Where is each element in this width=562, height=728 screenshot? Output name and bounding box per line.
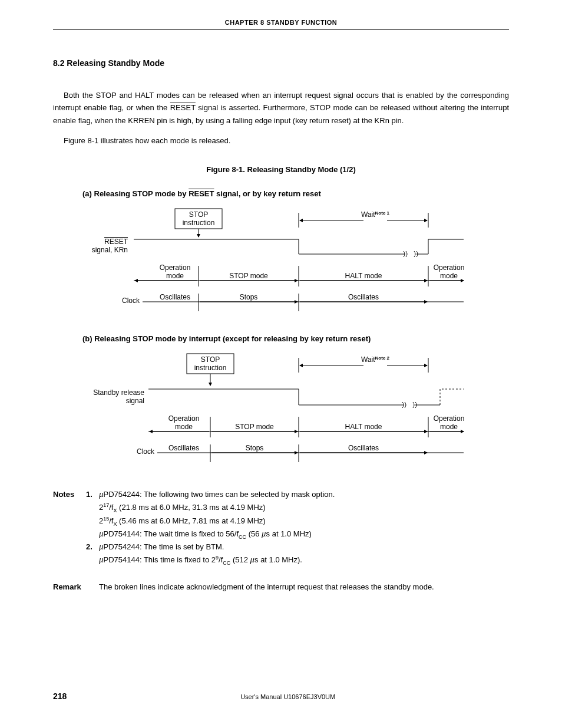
- opmode-b-l2: mode: [175, 423, 193, 431]
- note-2-line2: µPD754144: This time is fixed to 29/fCC …: [99, 554, 509, 567]
- subfigure-a-title: (a) Releasing STOP mode by RESET signal,…: [82, 189, 509, 198]
- svg-text:WaitNote 1: WaitNote 1: [361, 210, 390, 219]
- note-1-line4: µPD754144: The wait time is fixed to 56/…: [99, 528, 509, 541]
- section-title: 8.2 Releasing Standby Mode: [53, 58, 509, 68]
- note-2-num: 2.: [86, 541, 99, 554]
- n1l4a: PD754144: The wait time is fixed to 56/f: [104, 529, 239, 538]
- wait-a-sup: Note 1: [375, 210, 390, 216]
- note-1-text: µPD754244: The following two times can b…: [99, 489, 509, 501]
- osc-b2: Oscillates: [348, 444, 379, 452]
- n1l2exp: 17: [103, 502, 109, 508]
- svg-text:WaitNote 2: WaitNote 2: [361, 355, 390, 364]
- stop-box-b-l1: STOP: [201, 355, 220, 364]
- note-1-line3: 215/fX (5.46 ms at 6.0 MHz, 7.81 ms at 4…: [99, 515, 509, 528]
- stop-box-b-l2: instruction: [194, 364, 227, 372]
- wait-a: Wait: [361, 210, 375, 219]
- opmode-a-l2: mode: [166, 272, 184, 280]
- osc-a1: Oscillates: [160, 293, 190, 301]
- subfigure-b-title: (b) Releasing STOP mode by interrupt (ex…: [82, 334, 509, 343]
- standby-l1: Standby release: [93, 388, 144, 397]
- opmode-a2-l1: Operation: [434, 263, 465, 272]
- n1l3exp: 15: [103, 516, 109, 522]
- wait-b-sup: Note 2: [375, 355, 390, 361]
- diagram-a: STOP instruction WaitNote 1 RESET signal…: [75, 204, 487, 324]
- osc-a2: Oscillates: [348, 293, 379, 301]
- chapter-header: CHAPTER 8 STANDBY FUNCTION: [53, 19, 509, 30]
- stopmode-a: STOP mode: [229, 272, 268, 280]
- n1l4b: (56: [246, 529, 262, 538]
- n1-a: PD754244: The following two times can be…: [104, 490, 335, 499]
- standby-l2: signal: [126, 397, 144, 405]
- opmode-a2-l2: mode: [440, 272, 458, 280]
- n1l4sub: CC: [239, 534, 246, 540]
- intro-paragraph: Both the STOP and HALT modes can be rele…: [53, 89, 509, 127]
- stopmode-b: STOP mode: [235, 423, 274, 431]
- subfig-a-pre: (a) Releasing STOP mode by: [82, 189, 189, 198]
- n1l4c: s at 1.0 MHz): [266, 529, 312, 538]
- n2l2d: s at 1.0 MHz).: [254, 555, 302, 564]
- opmode-b2-l2: mode: [440, 423, 458, 431]
- remark-text: The broken lines indicate acknowledgment…: [99, 582, 434, 591]
- haltmode-b: HALT mode: [345, 423, 382, 431]
- stop-box-l2: instruction: [183, 219, 215, 227]
- subfig-a-post: signal, or by key return reset: [214, 189, 320, 198]
- page-number: 218: [53, 691, 67, 701]
- intro-paragraph-2: Figure 8-1 illustrates how each mode is …: [53, 134, 509, 147]
- opmode-a-l1: Operation: [160, 263, 191, 272]
- opmode-b-l1: Operation: [168, 414, 200, 423]
- notes-label: Notes: [53, 489, 86, 501]
- mu-1: µ: [99, 490, 104, 499]
- stops-b: Stops: [246, 444, 264, 452]
- stop-box-l1: STOP: [189, 210, 208, 219]
- n2a: PD754244: The time is set by BTM.: [104, 542, 224, 551]
- diagram-b: STOP instruction WaitNote 2 Standby rele…: [75, 349, 487, 475]
- notes-block: Notes 1. µPD754244: The following two ti…: [53, 489, 509, 568]
- page: CHAPTER 8 STANDBY FUNCTION 8.2 Releasing…: [0, 0, 562, 728]
- remark-label: Remark: [53, 582, 99, 591]
- mu-6: µ: [250, 555, 255, 564]
- reset-l2: signal, KRn: [92, 246, 128, 254]
- stops-a: Stops: [240, 293, 258, 301]
- mu-5: µ: [99, 555, 104, 564]
- note-1-line2: 217/fX (21.8 ms at 6.0 MHz, 31.3 ms at 4…: [99, 501, 509, 515]
- note-1-num: 1.: [86, 489, 99, 501]
- remark-block: Remark The broken lines indicate acknowl…: [53, 582, 509, 591]
- osc-b1: Oscillates: [168, 444, 199, 452]
- note-2-text: µPD754244: The time is set by BTM.: [99, 541, 509, 554]
- n1l3c: (5.46 ms at 6.0 MHz, 7.81 ms at 4.19 MHz…: [117, 516, 266, 525]
- mu-2: µ: [99, 529, 104, 538]
- opmode-b2-l1: Operation: [434, 414, 465, 423]
- footer-center: User's Manual U10676EJ3V0UM: [67, 693, 509, 700]
- clock-b: Clock: [137, 447, 155, 456]
- wait-b: Wait: [361, 355, 375, 364]
- n2l2c: (512: [230, 555, 250, 564]
- reset-signal-text: RESET: [170, 103, 196, 112]
- mu-3: µ: [262, 529, 266, 538]
- reset-l1: RESET: [104, 238, 128, 246]
- haltmode-a: HALT mode: [345, 272, 382, 280]
- clock-a: Clock: [122, 297, 140, 305]
- mu-4: µ: [99, 542, 104, 551]
- figure-title: Figure 8-1. Releasing Standby Mode (1/2): [53, 165, 509, 174]
- n2l2a: PD754144: This time is fixed to 2: [104, 555, 216, 564]
- page-footer: 218 User's Manual U10676EJ3V0UM: [53, 691, 509, 701]
- n2l2sub: CC: [223, 560, 230, 566]
- subfig-a-reset: RESET: [189, 189, 214, 198]
- n1l2c: (21.8 ms at 6.0 MHz, 31.3 ms at 4.19 MHz…: [117, 503, 266, 512]
